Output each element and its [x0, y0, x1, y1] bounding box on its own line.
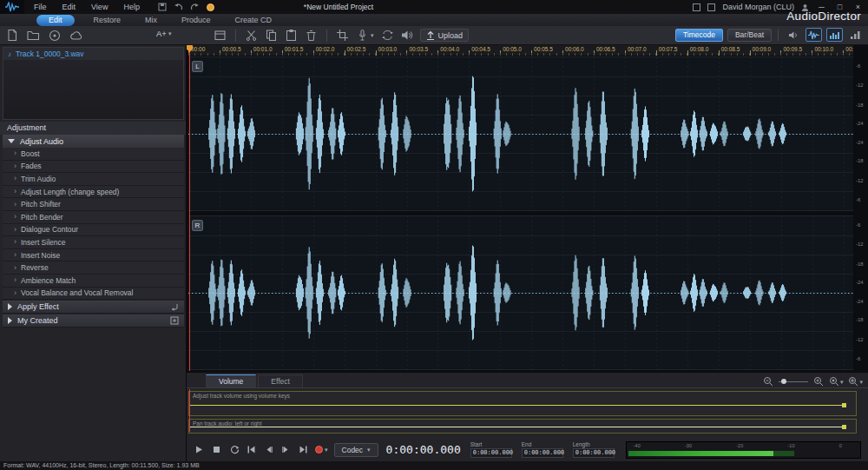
pan-keyframe-lane[interactable]: Pan track audio: left or right: [188, 419, 857, 434]
meter-bar-dim: [773, 451, 794, 456]
paste-icon[interactable]: [285, 29, 298, 42]
playhead-line[interactable]: [189, 45, 190, 371]
menu-help[interactable]: Help: [115, 0, 148, 14]
upload-button[interactable]: Upload: [420, 29, 470, 42]
adjust-audio-item[interactable]: ›Reverse: [3, 261, 184, 275]
loop-button[interactable]: [228, 444, 240, 455]
user-name[interactable]: David Morgan (CLU): [722, 3, 794, 11]
redo-icon[interactable]: [190, 3, 200, 11]
record-button[interactable]: ▾: [315, 446, 328, 453]
import-folder-icon[interactable]: [27, 30, 40, 41]
start-label: Start: [470, 441, 483, 447]
upload-icon: [426, 30, 435, 40]
play-button[interactable]: [194, 444, 205, 455]
crop-icon[interactable]: [336, 29, 349, 42]
zoom-slider-knob[interactable]: [781, 379, 786, 384]
adjust-audio-item[interactable]: ›Vocal Balance and Vocal Removal: [3, 288, 184, 301]
apply-effect-section[interactable]: Apply Effect: [3, 301, 184, 314]
adjust-audio-item[interactable]: ›Adjust Length (change speed): [3, 186, 184, 199]
mode-tab-produce[interactable]: Produce: [169, 14, 223, 26]
waveform-workspace[interactable]: 00:0000:00.500:01.000:01.500:02.000:02.5…: [187, 45, 868, 372]
screen-icon[interactable]: [693, 3, 700, 11]
volume-keyframe-lane[interactable]: Adjust track volume using volume keys: [188, 391, 857, 416]
mode-tab-edit[interactable]: Edit: [36, 15, 75, 26]
menu-file[interactable]: File: [26, 0, 55, 14]
cloud-download-icon[interactable]: [69, 30, 83, 41]
adjust-audio-item[interactable]: ›Boost: [3, 148, 184, 161]
waveform-channel-right[interactable]: R: [188, 215, 853, 370]
adjust-audio-item[interactable]: ›Dialogue Contour: [3, 224, 184, 237]
step-forward-button[interactable]: [280, 444, 292, 455]
adjust-audio-item[interactable]: ›Ambience Match: [3, 275, 184, 288]
timecode-button[interactable]: Timecode: [675, 29, 723, 42]
mode-tab-mix[interactable]: Mix: [133, 14, 169, 26]
zoom-fit-button[interactable]: ▾: [848, 376, 863, 387]
volume-keyframe-line[interactable]: [189, 405, 845, 406]
convert-icon[interactable]: [381, 30, 394, 41]
spectral-view-button[interactable]: [826, 28, 843, 42]
time-ruler[interactable]: 00:0000:00.500:01.000:01.500:02.000:02.5…: [188, 45, 853, 56]
my-created-section[interactable]: My Created: [3, 314, 184, 328]
step-back-button[interactable]: [263, 444, 274, 455]
pan-keyframe-line[interactable]: [189, 427, 845, 427]
go-end-button[interactable]: [298, 444, 309, 455]
adjust-audio-item[interactable]: ›Insert Silence: [3, 236, 184, 249]
menu-edit[interactable]: Edit: [55, 0, 84, 14]
codec-dropdown[interactable]: Codec ▾: [334, 443, 378, 457]
undo-icon[interactable]: [174, 3, 183, 11]
zoom-in-icon[interactable]: [813, 376, 824, 387]
toolbar-separator: [235, 30, 236, 42]
waveform-canvas-right[interactable]: [188, 216, 853, 369]
go-start-button[interactable]: [246, 444, 257, 455]
library-item[interactable]: ♪ Track 1_0000_3.wav: [3, 48, 183, 60]
adjust-audio-item[interactable]: ›Pitch Shifter: [3, 198, 184, 211]
volume-keyframe-handle[interactable]: [842, 403, 846, 407]
zoom-out-icon[interactable]: [763, 376, 773, 387]
mode-tab-create-cd[interactable]: Create CD: [223, 14, 285, 26]
waveform-canvas-left[interactable]: [188, 57, 853, 210]
app-logo-icon: [0, 0, 24, 14]
meter-scale-label: -10: [788, 443, 795, 448]
start-value[interactable]: 0:00:00.000: [470, 448, 512, 458]
chevron-right-icon: ›: [14, 226, 16, 234]
chevron-right-icon: ›: [14, 276, 16, 284]
db-label: -6: [856, 63, 860, 69]
barbeat-button[interactable]: Bar/Beat: [727, 29, 772, 42]
end-value[interactable]: 0:00:00.000: [522, 448, 563, 458]
zoom-slider[interactable]: [779, 381, 808, 382]
copy-icon[interactable]: [265, 29, 278, 42]
menu-view[interactable]: View: [83, 0, 115, 14]
mode-tab-restore[interactable]: Restore: [82, 14, 134, 26]
ruler-tick: 00:08.0: [690, 46, 709, 52]
length-value[interactable]: 0:00:00.000: [573, 448, 615, 458]
import-media-icon[interactable]: [6, 29, 18, 42]
waveform-view-button[interactable]: [806, 28, 822, 42]
extract-audio-icon[interactable]: [49, 30, 61, 42]
tab-volume[interactable]: Volume: [206, 374, 256, 387]
adjust-audio-section[interactable]: Adjust Audio: [3, 135, 184, 148]
pan-keyframe-handle[interactable]: [842, 425, 846, 429]
adjust-audio-item[interactable]: ›Pitch Bender: [3, 211, 184, 224]
open-icon[interactable]: [214, 29, 227, 42]
record-mic-button[interactable]: ▾: [356, 29, 374, 42]
layout-icon[interactable]: [707, 3, 715, 11]
upgrade-badge-icon[interactable]: [207, 3, 214, 11]
stop-button[interactable]: [211, 444, 222, 455]
zoom-selection-button[interactable]: ▾: [829, 376, 844, 387]
adjust-audio-item-label: Fades: [21, 162, 42, 170]
speaker-icon[interactable]: [401, 30, 413, 41]
text-to-speech-button[interactable]: A+ ▾: [156, 29, 171, 38]
chevron-down-icon: ▾: [840, 379, 844, 385]
library-toolbar: [6, 29, 83, 42]
adjust-audio-item[interactable]: ›Fades: [3, 161, 184, 174]
adjust-audio-item[interactable]: ›Insert Noise: [3, 249, 184, 262]
save-icon[interactable]: [158, 3, 167, 11]
waveform-channel-left[interactable]: L: [188, 56, 853, 211]
ruler-tick: 00:10.0: [814, 46, 833, 52]
adjust-audio-item[interactable]: ›Trim Audio: [3, 173, 184, 186]
delete-icon[interactable]: [305, 29, 318, 42]
tab-effect[interactable]: Effect: [258, 374, 303, 387]
meter-view-button[interactable]: [847, 28, 864, 42]
channel-icon[interactable]: [785, 28, 801, 42]
cut-icon[interactable]: [245, 29, 258, 42]
